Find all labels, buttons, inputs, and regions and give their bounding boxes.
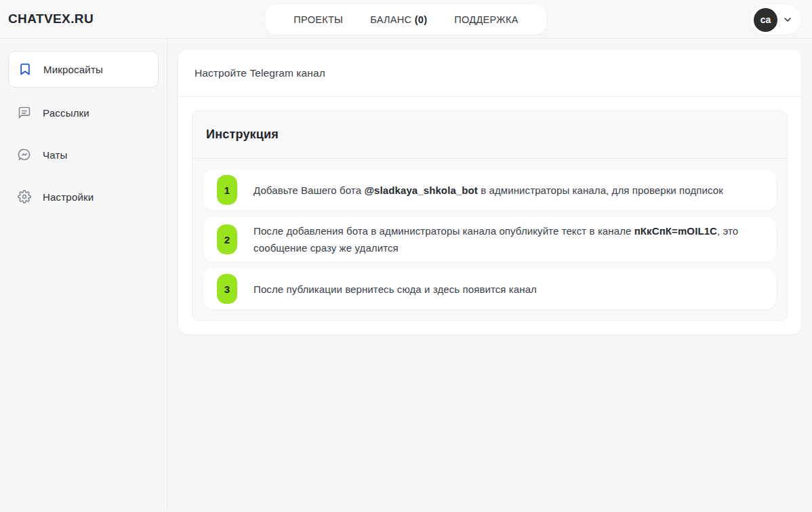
brand-logo: CHATVEX.RU: [8, 12, 94, 26]
gear-icon: [18, 190, 31, 203]
step-text-before: Добавьте Вашего бота: [253, 184, 364, 196]
avatar[interactable]: ca: [754, 8, 777, 32]
step-number-badge: 2: [217, 224, 237, 254]
step-number-badge: 3: [217, 274, 237, 304]
top-header: CHATVEX.RU ПРОЕКТЫ БАЛАНС (0) ПОДДЕРЖКА …: [0, 0, 812, 39]
nav-balance[interactable]: БАЛАНС (0): [370, 14, 427, 25]
instruction-title: Инструкция: [192, 111, 787, 159]
main-area: Настройте Telegram канал Инструкция 1 До…: [167, 39, 812, 511]
nav-projects-label: ПРОЕКТЫ: [293, 14, 343, 25]
instruction-steps: 1 Добавьте Вашего бота @sladkaya_shkola_…: [192, 159, 787, 320]
step-text-after: в администраторы канала, для проверки по…: [478, 184, 723, 196]
sidebar-item-label: Микросайты: [43, 64, 103, 75]
instruction-step-1: 1 Добавьте Вашего бота @sladkaya_shkola_…: [203, 170, 776, 210]
nav-balance-label: БАЛАНС: [370, 14, 411, 25]
bookmark-icon: [18, 62, 32, 76]
step-text-bold: пКкСпК=mOIL1C: [634, 225, 717, 237]
chevron-down-icon[interactable]: [782, 14, 793, 25]
step-text: После добавления бота в администраторы к…: [253, 222, 763, 256]
step-text-before: После публикации вернитесь сюда и здесь …: [253, 283, 537, 295]
message-lines-icon: [18, 106, 31, 119]
chat-wave-icon: [18, 148, 31, 161]
step-text-bold: @sladkaya_shkola_bot: [364, 184, 478, 196]
balance-count: (0): [415, 14, 428, 25]
main-nav: ПРОЕКТЫ БАЛАНС (0) ПОДДЕРЖКА: [265, 5, 546, 35]
nav-support-label: ПОДДЕРЖКА: [454, 14, 518, 25]
sidebar-item-microsites[interactable]: Микросайты: [8, 51, 159, 87]
content-card: Настройте Telegram канал Инструкция 1 До…: [178, 50, 801, 334]
page-layout: Микросайты Рассылки Чаты Настройки Настр…: [0, 39, 812, 511]
content-body: Инструкция 1 Добавьте Вашего бота @sladk…: [178, 97, 801, 334]
step-number-badge: 1: [217, 175, 237, 205]
step-text: Добавьте Вашего бота @sladkaya_shkola_bo…: [253, 182, 723, 199]
sidebar-item-mailings[interactable]: Рассылки: [8, 102, 159, 123]
instruction-step-2: 2 После добавления бота в администраторы…: [203, 217, 776, 262]
instruction-card: Инструкция 1 Добавьте Вашего бота @sladk…: [192, 111, 788, 321]
sidebar: Микросайты Рассылки Чаты Настройки: [0, 39, 167, 511]
step-text: После публикации вернитесь сюда и здесь …: [253, 281, 537, 298]
step-text-before: После добавления бота в администраторы к…: [253, 225, 634, 237]
sidebar-item-label: Чаты: [43, 149, 67, 161]
sidebar-item-label: Настройки: [43, 191, 94, 203]
sidebar-item-settings[interactable]: Настройки: [8, 186, 159, 208]
nav-support[interactable]: ПОДДЕРЖКА: [454, 14, 518, 25]
page-title: Настройте Telegram канал: [178, 50, 801, 97]
user-menu[interactable]: ca: [750, 5, 801, 35]
sidebar-item-label: Рассылки: [43, 107, 89, 119]
sidebar-item-chats[interactable]: Чаты: [8, 144, 159, 165]
instruction-step-3: 3 После публикации вернитесь сюда и здес…: [203, 269, 776, 309]
nav-projects[interactable]: ПРОЕКТЫ: [293, 14, 343, 25]
